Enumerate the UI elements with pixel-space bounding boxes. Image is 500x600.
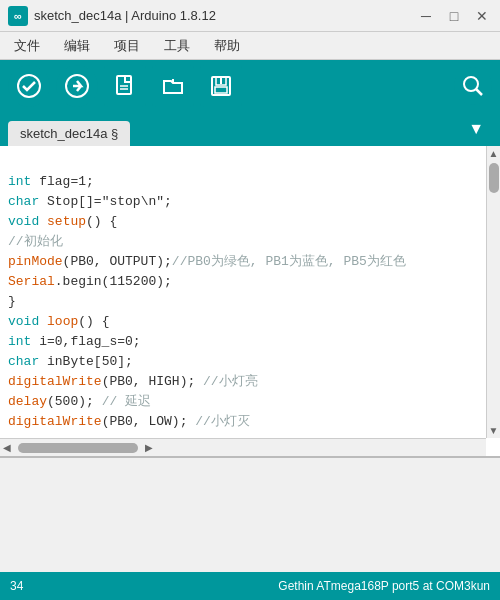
scroll-thumb-h[interactable] bbox=[18, 443, 138, 453]
open-file-icon bbox=[160, 73, 186, 99]
title-bar: ∞ sketch_dec14a | Arduino 1.8.12 ─ □ ✕ bbox=[0, 0, 500, 32]
menu-project[interactable]: 项目 bbox=[108, 35, 146, 57]
menu-edit[interactable]: 编辑 bbox=[58, 35, 96, 57]
app-icon: ∞ bbox=[8, 6, 28, 26]
scroll-down-button[interactable]: ▼ bbox=[487, 423, 500, 438]
svg-point-0 bbox=[18, 75, 40, 97]
upload-button[interactable] bbox=[56, 65, 98, 107]
tab-bar: sketch_dec14a § ▼ bbox=[0, 112, 500, 146]
search-button[interactable] bbox=[454, 67, 492, 105]
svg-line-11 bbox=[476, 89, 482, 95]
save-button[interactable] bbox=[200, 65, 242, 107]
chevron-down-icon: ▼ bbox=[468, 120, 484, 138]
tab-label: sketch_dec14a § bbox=[20, 126, 118, 141]
menu-bar: 文件 编辑 项目 工具 帮助 bbox=[0, 32, 500, 60]
code-content: int flag=1; char Stop[]="stop\n"; void s… bbox=[0, 146, 486, 456]
svg-rect-9 bbox=[215, 87, 227, 93]
line-number: 34 bbox=[10, 579, 23, 593]
verify-icon bbox=[17, 74, 41, 98]
save-file-icon bbox=[208, 73, 234, 99]
close-button[interactable]: ✕ bbox=[472, 6, 492, 26]
menu-file[interactable]: 文件 bbox=[8, 35, 46, 57]
svg-point-10 bbox=[464, 77, 478, 91]
tab-sketch[interactable]: sketch_dec14a § bbox=[8, 121, 130, 146]
vertical-scrollbar[interactable]: ▲ ▼ bbox=[486, 146, 500, 438]
scroll-up-button[interactable]: ▲ bbox=[487, 146, 500, 161]
window-controls: ─ □ ✕ bbox=[416, 6, 492, 26]
open-button[interactable] bbox=[152, 65, 194, 107]
main-window: ∞ sketch_dec14a | Arduino 1.8.12 ─ □ ✕ 文… bbox=[0, 0, 500, 600]
window-title: sketch_dec14a | Arduino 1.8.12 bbox=[34, 8, 416, 23]
menu-help[interactable]: 帮助 bbox=[208, 35, 246, 57]
search-icon bbox=[462, 75, 484, 97]
status-bar: 34 Gethin ATmega168P port5 at COM3kun bbox=[0, 572, 500, 600]
scroll-thumb-v[interactable] bbox=[489, 163, 499, 193]
scroll-left-button[interactable]: ◀ bbox=[0, 442, 14, 453]
verify-button[interactable] bbox=[8, 65, 50, 107]
toolbar bbox=[0, 60, 500, 112]
new-button[interactable] bbox=[104, 65, 146, 107]
maximize-button[interactable]: □ bbox=[444, 6, 464, 26]
minimize-button[interactable]: ─ bbox=[416, 6, 436, 26]
new-file-icon bbox=[112, 73, 138, 99]
tab-dropdown-button[interactable]: ▼ bbox=[460, 112, 492, 146]
code-editor[interactable]: int flag=1; char Stop[]="stop\n"; void s… bbox=[0, 146, 500, 456]
board-info: Gethin ATmega168P port5 at COM3kun bbox=[278, 579, 490, 593]
upload-icon bbox=[65, 74, 89, 98]
menu-tools[interactable]: 工具 bbox=[158, 35, 196, 57]
horizontal-scrollbar[interactable]: ◀ ▶ bbox=[0, 438, 486, 456]
scroll-right-button[interactable]: ▶ bbox=[142, 442, 156, 453]
